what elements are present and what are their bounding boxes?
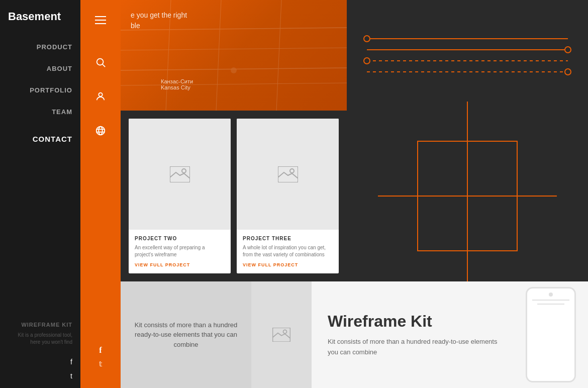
project-card-2: PROJECT TWO An excellent way of preparin… (129, 119, 231, 273)
sidebar-social: f t (0, 350, 80, 388)
map-section: e you get the right ble Канзас-Сити Kans… (121, 0, 347, 111)
social-icons-bar: f 𝕥 (99, 346, 103, 378)
svg-point-20 (283, 330, 287, 333)
svg-point-14 (231, 67, 237, 73)
facebook-icon[interactable]: f (70, 358, 72, 366)
sidebar-item-about[interactable]: ABOUT (0, 58, 80, 79)
project-card-2-content: PROJECT TWO An excellent way of preparin… (129, 230, 231, 273)
svg-line-12 (216, 0, 221, 111)
svg-point-3 (96, 127, 105, 135)
slider-track-3[interactable] (367, 60, 568, 61)
slider-track-2[interactable] (367, 49, 568, 50)
sidebar-item-portfolio[interactable]: PORTFOLIO (0, 79, 80, 101)
sidebar-nav: PRODUCT ABOUT PORTFOLIO TEAM CONTACT (0, 31, 80, 318)
icon-bar: f 𝕥 (80, 0, 121, 388)
svg-point-16 (182, 169, 186, 173)
svg-point-4 (99, 127, 102, 135)
bottom-kit-text: Kit consists of more than a hundred read… (131, 320, 241, 350)
bottom-project-card (251, 281, 312, 388)
svg-point-2 (99, 93, 102, 96)
phone-mockup (526, 287, 576, 382)
project-card-2-image (129, 119, 231, 230)
project-card-2-desc: An excellent way of preparing a project'… (135, 244, 225, 258)
user-button[interactable] (89, 85, 112, 108)
sidebar-item-product[interactable]: PRODUCT (0, 36, 80, 58)
svg-line-8 (121, 48, 347, 50)
project-card-3-desc: A whole lot of inspiration you can get, … (243, 244, 333, 258)
svg-point-0 (97, 59, 104, 65)
twitter-icon[interactable]: t (70, 372, 72, 380)
slider-1[interactable] (367, 38, 568, 39)
phone-line-2 (537, 304, 564, 305)
slider-knob-4[interactable] (564, 68, 571, 75)
map-overlay-text: e you get the right ble (131, 10, 187, 31)
wireframe-rect (417, 141, 518, 251)
svg-line-13 (276, 0, 281, 111)
slider-4[interactable] (367, 71, 568, 72)
hamburger-line (95, 20, 106, 21)
map-text-line1: e you get the right (131, 10, 187, 21)
phone-section (514, 281, 588, 388)
twitter-bar-icon[interactable]: 𝕥 (99, 360, 103, 368)
bottom-wireframe-content: Wireframe Kit Kit consists of more than … (312, 281, 514, 388)
hamburger-line (95, 23, 106, 24)
slider-knob-1[interactable] (363, 35, 370, 42)
hamburger-line (95, 16, 106, 17)
svg-line-10 (121, 83, 347, 85)
hamburger-button[interactable] (90, 10, 111, 30)
sidebar: Basement PRODUCT ABOUT PORTFOLIO TEAM CO… (0, 0, 80, 388)
sliders-section (347, 0, 588, 111)
project-card-3-content: PROJECT THREE A whole lot of inspiration… (237, 230, 339, 273)
projects-section: PROJECT TWO An excellent way of preparin… (121, 111, 347, 281)
bottom-kit-description: Kit consists of more than a hundred read… (121, 281, 251, 388)
bottom-project-img (251, 281, 312, 388)
slider-track-4[interactable] (367, 71, 568, 72)
map-text-line2: ble (131, 21, 187, 31)
slider-knob-3[interactable] (363, 57, 370, 64)
sidebar-logo: Basement (0, 0, 80, 31)
sidebar-item-team[interactable]: TEAM (0, 101, 80, 123)
slider-track-1[interactable] (367, 38, 568, 39)
facebook-bar-icon[interactable]: f (99, 346, 102, 355)
project-card-3-title: PROJECT THREE (243, 236, 333, 241)
wireframe-kit-desc: Kit is a professional tool, here you won… (0, 332, 80, 350)
globe-button[interactable] (89, 120, 112, 142)
wireframe-cross-v (467, 102, 468, 290)
svg-line-1 (103, 64, 105, 67)
bottom-desc: Kit consists of more than a hundred read… (328, 337, 498, 358)
wireframe-kit-label: WIREFRAME KIT (0, 318, 80, 332)
bottom-section: Kit consists of more than a hundred read… (121, 281, 588, 388)
phone-line-1 (532, 300, 569, 301)
bottom-title: Wireframe Kit (328, 312, 498, 331)
project-card-2-link[interactable]: VIEW FULL PROJECT (135, 262, 225, 267)
slider-3[interactable] (367, 60, 568, 61)
map-city-label: Канзас-Сити Kansas City (161, 78, 193, 90)
search-button[interactable] (89, 51, 112, 73)
svg-point-18 (290, 169, 294, 173)
sidebar-item-contact[interactable]: CONTACT (0, 128, 80, 150)
project-card-3: PROJECT THREE A whole lot of inspiration… (237, 119, 339, 273)
slider-knob-2[interactable] (564, 46, 571, 53)
slider-2[interactable] (367, 49, 568, 50)
project-card-3-image (237, 119, 339, 230)
wireframe-box-section (347, 111, 588, 281)
project-card-2-title: PROJECT TWO (135, 236, 225, 241)
project-card-3-link[interactable]: VIEW FULL PROJECT (243, 262, 333, 267)
